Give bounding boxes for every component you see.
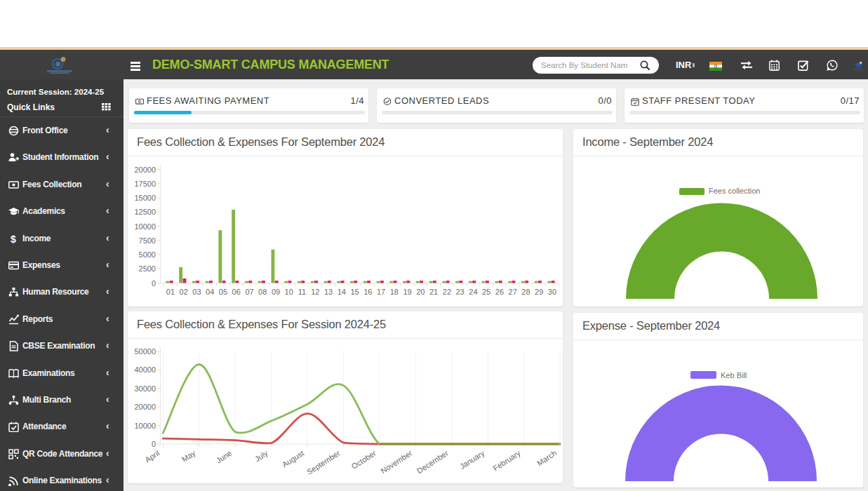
svg-text:15: 15 [350, 288, 359, 296]
svg-text:22: 22 [443, 288, 451, 296]
svg-text:27: 27 [509, 288, 517, 296]
svg-text:November: November [379, 448, 413, 475]
svg-text:24: 24 [469, 288, 477, 296]
svg-text:17: 17 [377, 288, 385, 296]
svg-text:12: 12 [311, 288, 319, 296]
svg-text:$: $ [11, 234, 16, 244]
svg-text:20: 20 [416, 288, 425, 296]
svg-text:28: 28 [521, 288, 530, 296]
svg-text:10000: 10000 [134, 222, 156, 231]
svg-text:5000: 5000 [139, 250, 156, 259]
svg-text:04: 04 [206, 288, 214, 296]
svg-text:20000: 20000 [134, 166, 156, 174]
svg-text:07: 07 [245, 288, 253, 296]
svg-text:August: August [281, 449, 305, 469]
svg-text:2500: 2500 [139, 264, 156, 273]
svg-text:April: April [143, 449, 161, 464]
svg-text:06: 06 [232, 288, 241, 296]
svg-text:10000: 10000 [134, 422, 156, 430]
svg-text:40000: 40000 [134, 365, 156, 374]
svg-text:March: March [535, 449, 558, 468]
svg-text:December: December [415, 448, 450, 475]
svg-text:18: 18 [390, 288, 399, 296]
svg-text:30: 30 [548, 288, 556, 296]
svg-text:June: June [215, 449, 234, 465]
svg-text:October: October [350, 448, 378, 471]
svg-text:10: 10 [285, 288, 293, 296]
svg-text:05: 05 [219, 288, 227, 296]
svg-text:May: May [180, 448, 197, 464]
svg-text:7500: 7500 [139, 236, 156, 245]
svg-text:20000: 20000 [134, 403, 156, 411]
svg-text:February: February [491, 448, 522, 472]
svg-text:25: 25 [482, 288, 490, 296]
svg-text:30000: 30000 [134, 384, 156, 393]
svg-text:12500: 12500 [134, 208, 156, 216]
svg-text:50000: 50000 [134, 347, 156, 356]
svg-text:13: 13 [324, 288, 333, 296]
svg-text:0: 0 [152, 440, 156, 448]
svg-text:11: 11 [298, 288, 306, 296]
svg-text:09: 09 [272, 288, 280, 296]
svg-text:January: January [458, 448, 486, 471]
svg-text:14: 14 [338, 288, 346, 296]
svg-text:02: 02 [180, 288, 188, 296]
svg-text:08: 08 [258, 288, 267, 296]
svg-text:17500: 17500 [134, 180, 156, 188]
svg-text:23: 23 [455, 288, 464, 296]
svg-text:19: 19 [403, 288, 411, 296]
svg-text:21: 21 [429, 288, 438, 296]
svg-text:September: September [305, 448, 342, 476]
svg-text:29: 29 [535, 288, 543, 296]
svg-text:16: 16 [363, 288, 372, 296]
svg-text:15000: 15000 [134, 194, 156, 202]
svg-text:26: 26 [495, 288, 504, 296]
svg-text:03: 03 [192, 288, 201, 296]
svg-text:0: 0 [152, 279, 156, 288]
svg-text:July: July [253, 448, 269, 463]
svg-text:01: 01 [166, 288, 175, 296]
